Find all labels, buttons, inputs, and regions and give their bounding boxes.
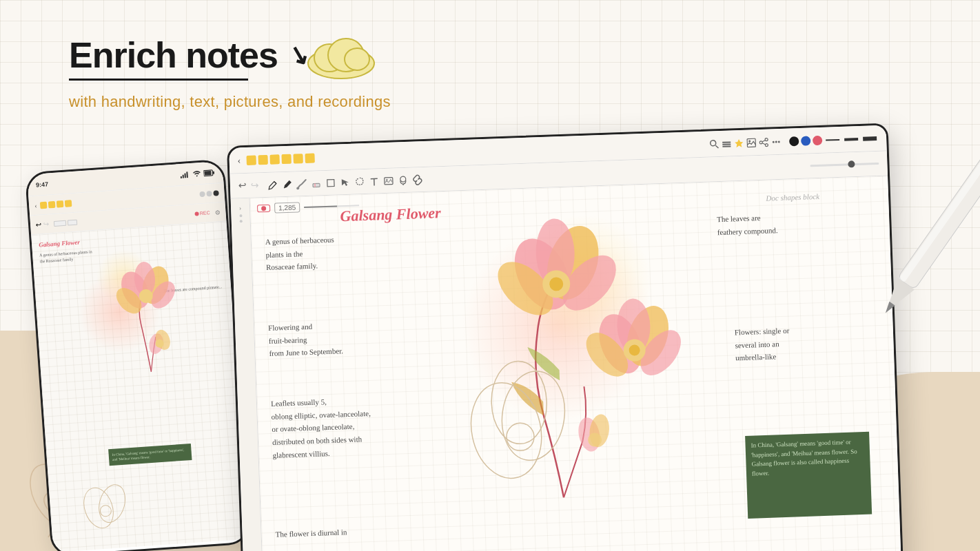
battery-icon — [203, 169, 215, 176]
svg-point-69 — [462, 376, 550, 485]
svg-rect-30 — [722, 141, 731, 143]
svg-point-36 — [765, 138, 768, 141]
svg-point-52 — [386, 178, 388, 180]
tablet-right-text-1: The leaves arefeathery compound. — [717, 208, 855, 238]
back-icon[interactable]: ‹ — [237, 155, 241, 166]
phone-frame: 9:47 ‹ — [25, 159, 251, 551]
svg-rect-10 — [183, 174, 184, 178]
title-underline — [69, 79, 248, 81]
phone-sticky-note: In China, 'Galsang' means 'good time' or… — [108, 444, 192, 466]
svg-line-29 — [715, 145, 718, 148]
line-thick[interactable] — [863, 136, 877, 141]
signal-icon — [180, 171, 190, 178]
svg-rect-14 — [213, 171, 214, 174]
shape-tool[interactable] — [325, 177, 337, 189]
layers-icon[interactable] — [722, 138, 731, 148]
svg-point-37 — [759, 141, 762, 143]
svg-point-26 — [95, 481, 130, 526]
line-thin[interactable] — [826, 138, 839, 141]
svg-point-27 — [100, 505, 112, 517]
audio-tool[interactable] — [398, 174, 409, 186]
svg-rect-31 — [722, 143, 731, 145]
tablet-flower-svg — [416, 203, 702, 509]
svg-point-28 — [711, 140, 716, 145]
undo-button[interactable]: ↩ — [238, 180, 247, 191]
eraser-tool[interactable] — [311, 178, 323, 189]
svg-point-43 — [778, 141, 780, 143]
svg-point-38 — [765, 143, 768, 146]
cloud-illustration — [303, 29, 379, 81]
tablet-frame: ‹ — [227, 123, 904, 551]
tablet-right-text-2: Flowers: single orseveral into anumbrell… — [735, 322, 860, 364]
svg-rect-15 — [204, 170, 211, 175]
brush-tool[interactable] — [296, 178, 308, 189]
phone-time: 9:47 — [36, 180, 49, 188]
phone-device: 9:47 ‹ — [25, 159, 251, 551]
tablet-note-text-1: A genus of herbaceousplants in theRosace… — [265, 229, 439, 274]
svg-rect-32 — [722, 145, 731, 147]
pen-tool[interactable] — [267, 179, 279, 191]
tablet-content-area: › 1,285 Galsang Flower — [231, 176, 901, 551]
share-icon[interactable] — [759, 137, 768, 147]
star-icon[interactable] — [734, 138, 744, 147]
subtitle-text: with handwriting, text, pictures, and re… — [69, 93, 391, 111]
svg-point-53 — [400, 176, 406, 181]
phone-flower-svg — [88, 245, 207, 390]
line-medium[interactable] — [844, 137, 858, 141]
phone-note-title: Galsang Flower — [39, 238, 80, 248]
svg-line-39 — [762, 140, 765, 141]
svg-point-70 — [496, 367, 570, 464]
svg-point-41 — [773, 141, 775, 143]
page-number[interactable]: 1,285 — [274, 202, 300, 213]
phone-flower-outline — [69, 477, 141, 537]
tablet-device: ‹ — [227, 123, 904, 551]
sidebar-chevron[interactable]: › — [239, 204, 242, 211]
search-icon[interactable] — [709, 139, 719, 149]
doc-shapes-label: Doc shapes block — [766, 192, 819, 202]
color-swatch-blue[interactable] — [801, 136, 810, 145]
svg-point-42 — [775, 141, 777, 143]
svg-point-72 — [506, 423, 534, 451]
svg-point-25 — [79, 484, 118, 532]
tablet-note-text-4: The flower is diurnal in — [275, 522, 447, 541]
tablet-note-text-2: Flowering andfruit-bearingfrom June to S… — [268, 315, 442, 360]
more-icon[interactable] — [771, 136, 781, 146]
svg-rect-9 — [181, 176, 182, 178]
wifi-icon — [192, 169, 201, 177]
title-text: Enrich notes — [69, 34, 278, 76]
text-tool[interactable] — [369, 176, 380, 187]
svg-rect-48 — [327, 179, 334, 186]
svg-rect-12 — [186, 171, 188, 178]
rec-indicator — [261, 206, 266, 211]
svg-rect-11 — [184, 173, 185, 178]
tablet-sticky-note: In China, 'Galsang' means 'good time' or… — [745, 432, 872, 519]
select-tool[interactable] — [340, 176, 351, 188]
redo-button[interactable]: ↪ — [251, 179, 260, 191]
svg-line-40 — [762, 143, 765, 144]
color-swatch-red[interactable] — [813, 135, 822, 145]
lasso-tool[interactable] — [354, 176, 366, 187]
color-swatch-black[interactable] — [789, 136, 799, 145]
svg-point-8 — [345, 48, 369, 70]
phone-content: Galsang Flower A genus of herbaceous pla… — [31, 222, 249, 551]
tablet-main-content: 1,285 Galsang Flower A genus of herbaceo… — [250, 176, 901, 551]
svg-rect-46 — [313, 183, 320, 187]
link-tool[interactable] — [412, 174, 424, 186]
svg-point-35 — [748, 140, 751, 142]
image-insert-tool[interactable] — [383, 175, 395, 187]
pencil-tool[interactable] — [282, 178, 294, 190]
svg-marker-33 — [735, 138, 743, 147]
image-icon[interactable] — [746, 138, 756, 147]
phone-note-text-1: A genus of herbaceous plants in the Rosa… — [39, 249, 95, 265]
